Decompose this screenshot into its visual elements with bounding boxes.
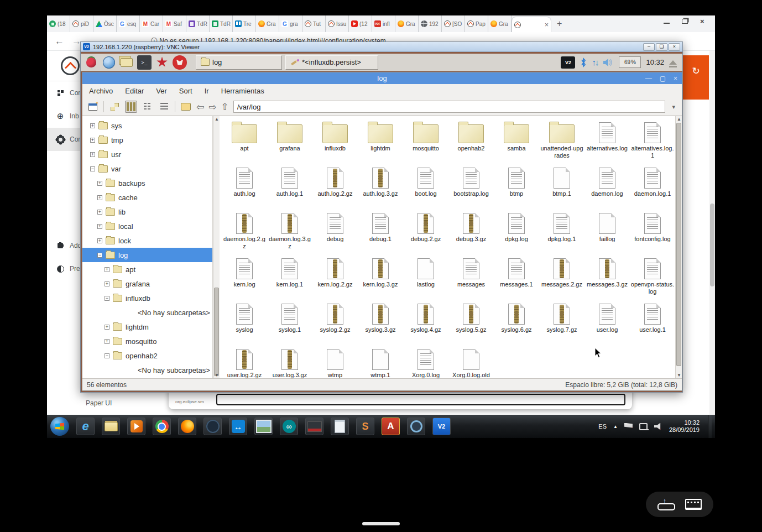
expander-toggle[interactable]: + (97, 210, 102, 215)
scroll-up-icon[interactable]: ▲ (213, 117, 220, 122)
scroll-down-icon[interactable]: ▼ (213, 373, 220, 378)
expander-toggle[interactable]: + (90, 152, 95, 157)
file-item[interactable]: dpkg.log.1 (540, 210, 584, 255)
expander-toggle[interactable]: − (105, 353, 109, 358)
scroll-up-icon[interactable]: ▲ (676, 117, 682, 122)
network-arrows-icon[interactable]: ↑↓ (592, 58, 598, 67)
fm-title-bar[interactable]: log — ▢ × (82, 72, 682, 84)
expander-toggle[interactable]: + (90, 138, 95, 143)
forward-icon[interactable]: ⇨ (208, 101, 216, 113)
tree-scrollbar[interactable]: ▲ ▼ (213, 116, 220, 378)
media-player-icon[interactable] (127, 418, 145, 435)
internet-explorer-icon[interactable] (76, 418, 95, 435)
chevron-down-icon[interactable]: ▾ (670, 103, 677, 111)
file-item[interactable]: btmp (494, 165, 539, 210)
file-item[interactable]: openvpn-status.log (630, 255, 675, 301)
file-item[interactable]: auth.log.2.gz (313, 165, 357, 210)
view-small-icons-button[interactable] (125, 101, 137, 113)
home-button[interactable] (180, 101, 192, 113)
file-item[interactable]: openhab2 (449, 119, 493, 165)
fritzing-icon[interactable] (407, 418, 425, 435)
pi-clock[interactable]: 10:32 (646, 58, 664, 66)
vnc-title-bar[interactable]: V2 192.168.1.220 (raspberry): VNC Viewer… (81, 42, 682, 52)
expander-toggle[interactable]: + (97, 238, 102, 243)
file-item[interactable]: messages.1 (494, 255, 539, 301)
file-item[interactable]: user.log.3.gz (268, 346, 312, 378)
file-item[interactable]: kern.log.1 (268, 255, 312, 301)
network-icon[interactable] (639, 423, 648, 430)
browser-tab[interactable]: Issu (326, 15, 349, 32)
menu-item[interactable]: Sort (179, 87, 192, 95)
expander-toggle[interactable]: + (105, 325, 109, 330)
file-item[interactable]: debug (313, 210, 357, 255)
browser-tab-active[interactable]: × (512, 17, 551, 32)
browser-tab[interactable]: Gra (256, 15, 279, 32)
expander-toggle[interactable]: + (90, 123, 95, 128)
chrome-icon[interactable] (153, 418, 171, 435)
close-icon[interactable]: × (700, 19, 706, 24)
expander-toggle[interactable]: + (105, 267, 109, 272)
expander-toggle[interactable]: + (97, 181, 102, 186)
tree-item[interactable]: <No hay subcarpetas> (82, 305, 212, 320)
file-item[interactable]: Xorg.0.log (404, 346, 448, 378)
tree-item[interactable]: + backups (82, 176, 212, 190)
remote-app-icon[interactable] (305, 418, 323, 435)
refresh-icon[interactable]: ↻ (692, 65, 700, 100)
taskbar-window-button[interactable]: log (196, 55, 282, 70)
terminal-icon[interactable] (137, 55, 152, 70)
expander-toggle[interactable]: − (105, 296, 109, 301)
back-icon[interactable]: ← (55, 36, 64, 47)
firefox-icon[interactable] (178, 418, 196, 435)
file-item[interactable]: grafana (268, 119, 312, 165)
minimize-icon[interactable] (664, 19, 670, 24)
file-item[interactable]: auth.log (222, 165, 267, 210)
tree-item[interactable]: + lib (82, 205, 212, 219)
file-item[interactable]: lightdm (358, 119, 403, 165)
file-item[interactable]: apt (222, 119, 267, 165)
expander-toggle[interactable]: − (97, 253, 102, 258)
volume-muted-icon[interactable] (654, 423, 662, 430)
keyboard-icon[interactable] (685, 499, 702, 510)
tree-item[interactable]: <No hay subcarpetas> (82, 363, 212, 377)
sublime-icon[interactable] (356, 418, 374, 435)
vnc-taskbar-icon[interactable] (432, 418, 451, 435)
expander-toggle[interactable]: + (97, 195, 102, 200)
file-item[interactable]: daemon.log (585, 165, 629, 210)
menu-item[interactable]: Editar (125, 87, 144, 95)
sidebar-item[interactable]: Add (47, 234, 82, 257)
browser-tab[interactable]: infl (372, 15, 395, 32)
cpu-monitor[interactable]: 69 % (619, 56, 641, 68)
restore-icon[interactable] (682, 19, 688, 24)
file-item[interactable]: alternatives.log (585, 119, 629, 165)
tree-item[interactable]: + tmp (82, 133, 212, 147)
browser-tab[interactable]: Tre (233, 15, 256, 32)
sidebar-item[interactable]: Bi (47, 168, 82, 184)
file-item[interactable]: syslog (222, 301, 267, 346)
dialog-input[interactable] (216, 394, 625, 405)
file-item[interactable]: syslog.1 (268, 301, 312, 346)
browser-tab[interactable]: TdR (186, 15, 210, 32)
tree-item[interactable]: + mosquitto (82, 334, 212, 348)
file-item[interactable]: btmp.1 (540, 165, 584, 210)
wolfram-icon[interactable] (173, 55, 187, 70)
taskbar-clock[interactable]: 10:32 28/09/2019 (669, 419, 700, 434)
bluetooth-icon[interactable] (580, 58, 587, 67)
grid-scrollbar-thumb[interactable] (676, 123, 681, 366)
file-item[interactable]: mosquitto (404, 119, 448, 165)
view-detailed-button[interactable] (158, 101, 170, 113)
close-icon[interactable]: × (674, 75, 677, 82)
file-item[interactable]: daemon.log.1 (630, 165, 675, 210)
close-icon[interactable]: × (669, 43, 680, 51)
browser-tab[interactable]: esq (117, 15, 140, 32)
tree-item[interactable]: + grafana (82, 277, 212, 291)
file-item[interactable]: fontconfig.log (630, 210, 675, 255)
tree-item[interactable]: − var (82, 161, 212, 176)
tree-scrollbar-thumb[interactable] (214, 288, 219, 376)
sidebar-item[interactable]: Sy (47, 151, 82, 168)
file-item[interactable]: lastlog (404, 255, 448, 301)
eject-icon[interactable] (669, 60, 677, 65)
file-item[interactable]: user.log.2.gz (222, 346, 267, 378)
browser-tab[interactable]: gra (279, 15, 302, 32)
arduino-icon[interactable] (280, 418, 298, 435)
file-item[interactable]: samba (494, 119, 539, 165)
